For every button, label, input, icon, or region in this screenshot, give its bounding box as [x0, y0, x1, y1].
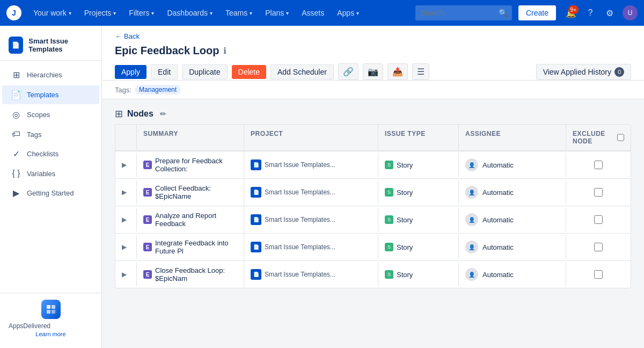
- td-expander-4[interactable]: ▶: [115, 263, 137, 286]
- table-row: ▶ E Close Feedback Loop: $EpicNam 📄 Smar…: [115, 261, 631, 288]
- th-assignee: Assignee: [459, 125, 566, 150]
- td-project-2: 📄 Smart Issue Templates...: [244, 208, 378, 231]
- duplicate-button[interactable]: Duplicate: [182, 64, 227, 79]
- help-button[interactable]: ?: [582, 4, 599, 21]
- variables-icon: { }: [11, 169, 21, 178]
- exclude-checkbox-1[interactable]: [594, 188, 603, 197]
- apps-delivered-logo: [41, 300, 61, 319]
- th-expand: [115, 125, 137, 150]
- story-icon: S: [385, 243, 393, 251]
- delete-button[interactable]: Delete: [232, 65, 266, 79]
- sidebar-item-scopes[interactable]: ◎ Scopes: [2, 105, 99, 124]
- td-expander-1[interactable]: ▶: [115, 180, 137, 204]
- nav-assets[interactable]: Assets: [296, 0, 330, 26]
- exclude-checkbox-4[interactable]: [594, 270, 603, 279]
- camera-icon-button[interactable]: 📷: [363, 63, 383, 80]
- nodes-section-header: ⊞ Nodes ✏: [102, 99, 644, 124]
- exclude-all-checkbox[interactable]: [617, 133, 624, 142]
- search-input[interactable]: [415, 5, 512, 20]
- link-icon-button[interactable]: 🔗: [338, 63, 358, 80]
- add-scheduler-button[interactable]: Add Scheduler: [270, 64, 334, 79]
- templates-icon: 📄: [11, 90, 21, 100]
- sidebar-item-templates[interactable]: 📄 Templates: [2, 85, 99, 104]
- app-layout: 📄 Smart Issue Templates ⊞ Hierarchies 📄 …: [0, 26, 644, 348]
- apply-button[interactable]: Apply: [115, 65, 147, 79]
- sidebar-item-hierarchies[interactable]: ⊞ Hierarchies: [2, 66, 99, 84]
- chevron-down-icon: ▾: [151, 10, 154, 16]
- td-project-4: 📄 Smart Issue Templates...: [244, 263, 378, 286]
- td-exclude-0[interactable]: [566, 153, 631, 177]
- td-issue-type-4: S Story: [378, 263, 459, 286]
- nav-filters[interactable]: Filters ▾: [123, 0, 159, 26]
- th-project: Project: [244, 125, 378, 150]
- avatar[interactable]: U: [623, 5, 638, 20]
- nav-your-work[interactable]: Your work ▾: [28, 0, 77, 26]
- table-row: ▶ E Collect Feedback: $EpicName 📄 Smart …: [115, 179, 631, 206]
- hierarchies-icon: ⊞: [11, 70, 21, 80]
- nav-teams[interactable]: Teams ▾: [220, 0, 258, 26]
- sidebar-footer: AppsDelivered Learn more: [0, 293, 101, 344]
- app-icon: 📄: [9, 37, 23, 54]
- exclude-checkbox-0[interactable]: [594, 161, 603, 169]
- export-icon-button[interactable]: 📤: [387, 63, 408, 80]
- menu-icon-button[interactable]: ☰: [412, 63, 429, 80]
- sidebar-item-getting-started[interactable]: ▶ Getting Started: [2, 184, 99, 202]
- tags-icon: 🏷: [11, 129, 21, 139]
- td-summary-4: E Close Feedback Loop: $EpicNam: [137, 261, 244, 288]
- scopes-icon: ◎: [11, 110, 21, 120]
- assignee-avatar: 👤: [465, 186, 478, 199]
- back-button[interactable]: ← Back: [115, 32, 140, 40]
- td-assignee-0: 👤 Automatic: [459, 153, 566, 177]
- view-history-button[interactable]: View Applied History 0: [536, 64, 631, 80]
- project-icon: 📄: [251, 214, 261, 225]
- row-expand-icon: ▶: [122, 161, 127, 169]
- td-expander-2[interactable]: ▶: [115, 208, 137, 231]
- back-arrow-icon: ←: [115, 32, 122, 40]
- td-expander-0[interactable]: ▶: [115, 153, 137, 177]
- td-issue-type-1: S Story: [378, 180, 459, 204]
- tag-chip[interactable]: Management: [135, 85, 181, 95]
- svg-rect-0: [47, 305, 50, 309]
- sidebar: 📄 Smart Issue Templates ⊞ Hierarchies 📄 …: [0, 26, 102, 348]
- notifications-button[interactable]: 🔔 9+: [562, 4, 580, 21]
- td-assignee-1: 👤 Automatic: [459, 180, 566, 204]
- project-icon: 📄: [251, 160, 261, 170]
- learn-more-link[interactable]: Learn more: [9, 331, 93, 337]
- svg-rect-1: [52, 305, 55, 309]
- td-exclude-2[interactable]: [566, 208, 631, 231]
- epic-icon: E: [143, 270, 152, 279]
- td-project-3: 📄 Smart Issue Templates...: [244, 235, 378, 259]
- exclude-checkbox-2[interactable]: [594, 215, 603, 224]
- td-assignee-4: 👤 Automatic: [459, 263, 566, 286]
- epic-icon: E: [143, 161, 152, 169]
- table-row: ▶ E Analyze and Report Feedback 📄 Smart …: [115, 206, 631, 234]
- table-header-row: Summary Project Issue Type Assignee Excl…: [115, 125, 631, 151]
- settings-button[interactable]: ⚙: [601, 4, 618, 21]
- jira-logo[interactable]: J: [6, 5, 21, 20]
- nodes-edit-button[interactable]: ✏: [158, 108, 169, 119]
- nav-dashboards[interactable]: Dashboards ▾: [162, 0, 218, 26]
- edit-button[interactable]: Edit: [151, 64, 178, 79]
- td-exclude-1[interactable]: [566, 180, 631, 204]
- main-content: ← Back Epic Feedback Loop ℹ Apply Edit D…: [102, 26, 644, 348]
- nav-apps[interactable]: Apps ▾: [332, 0, 364, 26]
- create-button[interactable]: Create: [518, 5, 556, 20]
- nav-projects[interactable]: Projects ▾: [79, 0, 122, 26]
- td-exclude-3[interactable]: [566, 235, 631, 259]
- sidebar-item-tags[interactable]: 🏷 Tags: [2, 125, 99, 143]
- info-icon[interactable]: ℹ: [223, 46, 226, 56]
- sidebar-item-variables[interactable]: { } Variables: [2, 164, 99, 183]
- exclude-checkbox-3[interactable]: [594, 243, 603, 251]
- epic-icon: E: [143, 188, 152, 197]
- chevron-down-icon: ▾: [286, 10, 289, 16]
- td-expander-3[interactable]: ▶: [115, 235, 137, 259]
- row-expand-icon: ▶: [122, 189, 127, 196]
- toolbar: Apply Edit Duplicate Delete Add Schedule…: [115, 63, 631, 80]
- apps-delivered-name: AppsDelivered: [9, 322, 50, 330]
- assignee-avatar: 👤: [465, 268, 478, 281]
- nav-plans[interactable]: Plans ▾: [260, 0, 294, 26]
- sidebar-item-checklists[interactable]: ✓ Checklists: [2, 144, 99, 163]
- row-expand-icon: ▶: [122, 216, 127, 223]
- page-header: ← Back Epic Feedback Loop ℹ Apply Edit D…: [102, 26, 644, 81]
- td-exclude-4[interactable]: [566, 263, 631, 286]
